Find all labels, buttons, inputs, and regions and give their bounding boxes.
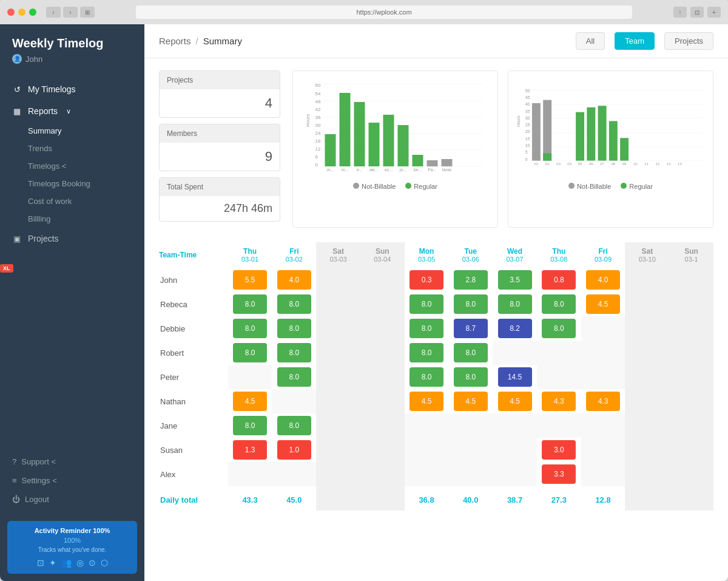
svg-rect-54: [532, 103, 541, 161]
svg-rect-18: [325, 134, 336, 166]
sidebar-item-my-timelogs[interactable]: ↺ My Timelogs: [0, 78, 144, 100]
all-button[interactable]: All: [576, 32, 605, 50]
daily-total-value: 27.3: [537, 486, 581, 511]
svg-text:02: 02: [545, 161, 550, 166]
svg-rect-24: [413, 155, 423, 166]
breadcrumb: Reports / Summary: [159, 36, 242, 46]
close-dot[interactable]: [7, 8, 15, 16]
app-window: ‹ › ⊞ https://wplook.com ↑ ⊡ + Weekly Ti…: [0, 0, 728, 581]
stats-charts-row: Projects 4 Members 9 Total Spent 247h 46…: [159, 70, 713, 228]
table-cell: [448, 438, 493, 462]
activity-icon-6[interactable]: ⬡: [101, 558, 108, 568]
sidebar-item-summary[interactable]: Summary: [0, 122, 144, 140]
table-cell: [493, 462, 537, 486]
table-cell: 8.7: [448, 316, 493, 341]
stats-panel: Projects 4 Members 9 Total Spent 247h 46…: [159, 70, 280, 228]
table-cell: [316, 438, 360, 462]
new-tab-button[interactable]: +: [707, 7, 721, 18]
url-bar[interactable]: https://wplook.com: [136, 5, 632, 19]
svg-text:05: 05: [578, 161, 582, 166]
sidebar-item-timelogs[interactable]: Timelogs <: [0, 157, 144, 175]
table-cell: [669, 462, 713, 486]
table-cell: [537, 341, 581, 365]
sidebar-item-cost-of-work[interactable]: Cost of work: [0, 192, 144, 210]
svg-rect-57: [576, 112, 584, 161]
sidebar-item-billing[interactable]: Billling: [0, 210, 144, 228]
sidebar-item-settings[interactable]: ≡ Settings <: [12, 471, 132, 490]
share-button[interactable]: ↑: [673, 7, 687, 18]
sidebar-item-projects[interactable]: ▣ Projects: [0, 228, 144, 250]
charts-area: 60 54 48 42 36 30 24 18 12 6 0: [292, 70, 713, 228]
view-button[interactable]: ⊡: [690, 7, 704, 18]
sidebar-item-logout[interactable]: ⏻ Logout: [12, 490, 132, 509]
projects-button[interactable]: Projects: [664, 32, 713, 50]
user-avatar: 👤: [12, 54, 22, 64]
breadcrumb-reports[interactable]: Reports: [159, 36, 191, 46]
table-cell: [360, 292, 405, 316]
table-cell: [360, 389, 405, 413]
col-03-06: Tue03-06: [448, 242, 493, 268]
team-button[interactable]: Team: [615, 32, 655, 50]
svg-text:60: 60: [315, 83, 321, 88]
table-cell: [360, 268, 405, 292]
content-scroll[interactable]: Projects 4 Members 9 Total Spent 247h 46…: [144, 58, 728, 581]
svg-text:04: 04: [567, 161, 571, 166]
reports-arrow: ∨: [66, 107, 71, 115]
activity-icon-2[interactable]: ✦: [49, 558, 56, 568]
table-cell: [581, 413, 625, 438]
table-cell: 8.0: [493, 292, 537, 316]
sidebar: Weekly Timelog 👤 John ↺ My Timelogs ▦ Re…: [0, 24, 144, 581]
table-cell: 4.5: [581, 292, 625, 316]
activity-icon-5[interactable]: ⊙: [89, 558, 96, 568]
table-cell: 0.3: [405, 268, 449, 292]
col-03-10: Sat03-10: [625, 242, 669, 268]
table-cell: 3.0: [537, 438, 581, 462]
table-cell: [625, 389, 669, 413]
back-button[interactable]: ‹: [46, 7, 61, 18]
svg-text:12: 12: [655, 161, 659, 166]
table-cell: 4.5: [228, 389, 272, 413]
table-cell: [316, 316, 360, 341]
col-03-02: Fri03-02: [272, 242, 316, 268]
table-cell: [669, 413, 713, 438]
daily-total-label: Daily total: [159, 486, 228, 511]
table-cell: 8.0: [405, 316, 449, 341]
table-cell: [625, 316, 669, 341]
table-cell: [316, 462, 360, 486]
svg-text:5: 5: [525, 150, 528, 154]
svg-text:36: 36: [315, 115, 321, 120]
svg-text:10: 10: [525, 143, 530, 148]
maximize-dot[interactable]: [29, 8, 36, 16]
table-cell: [625, 365, 669, 389]
activity-icon-4[interactable]: ◎: [76, 558, 84, 568]
svg-text:jo...: jo...: [399, 168, 406, 172]
table-cell: 3.5: [493, 268, 537, 292]
sidebar-item-trends[interactable]: Trends: [0, 140, 144, 157]
minimize-dot[interactable]: [18, 8, 25, 16]
table-cell: 4.3: [581, 389, 625, 413]
forward-button[interactable]: ›: [63, 7, 78, 18]
table-cell: [360, 438, 405, 462]
table-cell: [316, 341, 360, 365]
activity-icon-1[interactable]: ⊡: [37, 558, 44, 568]
table-cell: 8.0: [448, 365, 493, 389]
user-info: 👤 John: [12, 54, 132, 64]
table-cell: [625, 292, 669, 316]
svg-text:25: 25: [525, 123, 530, 127]
activity-icon-3[interactable]: 👥: [61, 558, 72, 568]
chart2-legend-r-dot: [621, 183, 627, 189]
table-cell: 8.0: [405, 292, 449, 316]
sidebar-item-support[interactable]: ? Support <: [12, 452, 132, 471]
sidebar-item-reports[interactable]: ▦ Reports ∨: [0, 100, 144, 122]
window-button[interactable]: ⊞: [80, 7, 95, 18]
table-cell: [669, 389, 713, 413]
projects-stat: Projects 4: [159, 70, 280, 118]
sidebar-item-timelogs-booking[interactable]: Timelogs Booking: [0, 175, 144, 192]
table-cell: [493, 341, 537, 365]
projects-value: 4: [160, 89, 280, 117]
table-row: Robert8.08.08.08.0: [159, 341, 713, 365]
svg-rect-22: [383, 115, 394, 166]
col-03-04: Sun03-04: [360, 242, 405, 268]
table-cell: [581, 438, 625, 462]
table-cell: 1.3: [228, 438, 272, 462]
